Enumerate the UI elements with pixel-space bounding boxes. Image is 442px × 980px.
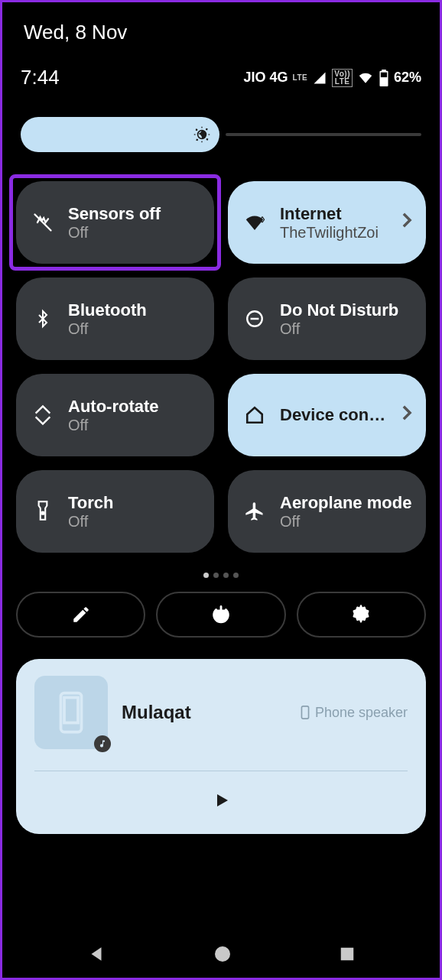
chevron-right-icon[interactable] [401,404,412,426]
date-label: Wed, 8 Nov [2,2,440,52]
tile-sub: Off [280,513,412,531]
media-output-label: Phone speaker [315,705,408,721]
brightness-icon [192,125,212,144]
highlight-box: Sensors off Off [9,174,221,271]
nav-recents-button[interactable] [339,946,356,965]
page-dot [213,573,219,578]
home-nav-icon [213,945,232,963]
edit-icon [71,605,91,625]
tile-sub: Off [68,417,200,434]
gear-icon [350,604,372,625]
page-dot [233,573,239,578]
tile-sub: Off [68,320,200,338]
tile-title: Aeroplane mode [280,493,412,513]
page-dot [203,573,209,578]
speaker-device-icon [300,705,310,720]
page-indicator [2,553,440,586]
media-title: Mulaqat [122,702,286,723]
chevron-right-icon[interactable] [401,212,412,233]
brightness-slider[interactable] [2,94,440,160]
svg-point-3 [41,512,44,514]
system-navbar [2,944,440,967]
tile-sensors-off[interactable]: Sensors off Off [16,181,214,264]
play-icon [212,790,230,810]
tile-device-controls[interactable]: Device controls [228,374,426,456]
tile-title: Device controls [280,405,389,425]
power-icon [210,604,232,625]
music-badge-icon [94,735,111,752]
tile-bluetooth[interactable]: Bluetooth Off [16,277,214,360]
airplane-icon [242,501,268,522]
brightness-track[interactable] [226,133,421,136]
svg-rect-7 [301,706,308,719]
tile-title: Sensors off [68,204,200,224]
bluetooth-icon [30,308,56,329]
lte-badge: LTE [293,74,308,82]
phone-icon [56,690,86,735]
tile-title: Internet [280,204,389,224]
dnd-icon [242,309,268,329]
tile-title: Auto-rotate [68,397,200,417]
status-icons: JIO 4G LTE Vo)) LTE 62% [244,69,421,87]
recents-icon [339,946,356,962]
qs-footer-controls [2,586,440,644]
svg-point-8 [215,946,230,962]
settings-button[interactable] [297,592,426,638]
tile-auto-rotate[interactable]: Auto-rotate Off [16,374,214,456]
media-player-card[interactable]: Mulaqat Phone speaker [16,659,426,834]
svg-rect-9 [341,948,354,961]
tile-internet[interactable]: Internet TheTwilightZoi [228,181,426,264]
status-bar: 7:44 JIO 4G LTE Vo)) LTE 62% [2,52,440,94]
svg-rect-0 [381,72,387,76]
media-output[interactable]: Phone speaker [300,705,408,721]
torch-icon [30,500,56,523]
nav-back-button[interactable] [86,944,106,967]
media-play-button[interactable] [34,777,408,823]
power-button[interactable] [156,592,285,638]
battery-icon [379,70,389,86]
tile-title: Do Not Disturb [280,300,412,320]
home-icon [242,405,268,425]
brightness-fill[interactable] [21,117,219,152]
back-icon [86,944,106,964]
media-artwork [34,676,108,749]
tile-sub: TheTwilightZoi [280,224,389,242]
volte-badge: Vo)) LTE [332,69,353,87]
tile-torch[interactable]: Torch Off [16,470,214,553]
tile-title: Torch [68,493,200,513]
tile-dnd[interactable]: Do Not Disturb Off [228,277,426,360]
svg-rect-6 [64,698,78,723]
tile-sub: Off [68,224,200,242]
page-dot [223,573,229,578]
carrier-label: JIO 4G [244,70,288,86]
wifi-status-icon [357,71,374,85]
sensors-off-icon [30,212,56,233]
tile-aeroplane[interactable]: Aeroplane mode Off [228,470,426,553]
signal-icon [312,71,327,85]
tile-sub: Off [280,320,412,338]
divider [34,771,408,771]
tile-sub: Off [68,513,200,531]
edit-button[interactable] [16,592,145,638]
nav-home-button[interactable] [213,945,232,966]
quick-settings-grid: Sensors off Off Internet TheTwilightZoi [2,160,440,553]
tile-title: Bluetooth [68,300,200,320]
clock: 7:44 [21,66,60,89]
auto-rotate-icon [30,404,56,426]
battery-pct: 62% [394,70,421,86]
wifi-icon [242,211,268,234]
